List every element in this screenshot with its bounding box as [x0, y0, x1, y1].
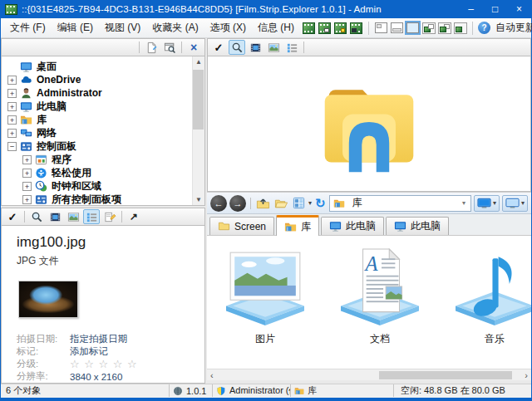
rating-stars[interactable]: ☆ ☆ ☆ ☆ ☆ — [70, 358, 138, 370]
layout-split-icon[interactable] — [390, 22, 404, 35]
address-text[interactable]: 库 — [352, 196, 362, 210]
tree-item-network[interactable]: + 网络 — [2, 126, 204, 139]
layout-single-icon[interactable] — [406, 22, 420, 35]
tree-scrollbar-thumb[interactable] — [193, 70, 204, 130]
library-item-documents[interactable]: A 文档 — [333, 247, 426, 346]
views-caret-icon[interactable]: ▾ — [308, 199, 312, 207]
library-item-pictures[interactable]: 图片 — [219, 247, 312, 346]
tree-item-all-control-panel-items[interactable]: + 所有控制面板项 — [2, 193, 204, 206]
filmstrip-tool-2-icon[interactable] — [318, 22, 332, 35]
expand-toggle[interactable]: − — [7, 142, 17, 151]
tree-item-ease-of-access[interactable]: + 轻松使用 — [2, 166, 204, 179]
close-panel-icon[interactable]: × — [185, 40, 202, 55]
scroll-down-icon[interactable]: ▼ — [195, 196, 202, 203]
computer-icon — [329, 220, 342, 232]
menu-favorites[interactable]: 收藏夹 (A) — [146, 18, 204, 37]
tree-item-control-panel[interactable]: − 控制面板 — [2, 139, 204, 153]
layout-pane-icon[interactable] — [374, 22, 388, 35]
menu-bar: 文件 (F) 编辑 (E) 视图 (V) 收藏夹 (A) 选项 (X) 信息 (… — [1, 18, 531, 38]
filmstrip-tool-3-icon[interactable] — [333, 22, 347, 35]
tab-libraries[interactable]: 库 — [276, 215, 319, 236]
tree-item-clock-region[interactable]: + 时钟和区域 — [2, 179, 204, 193]
ease-of-access-icon — [35, 167, 47, 179]
menu-file[interactable]: 文件 (F) — [4, 18, 52, 37]
menu-view[interactable]: 视图 (V) — [99, 18, 146, 37]
toolbar-separator — [303, 42, 304, 53]
clock-region-icon — [35, 180, 47, 193]
scroll-up-icon[interactable]: ▲ — [195, 58, 202, 66]
tree-item-desktop[interactable]: 桌面 — [2, 60, 204, 73]
expand-toggle[interactable]: + — [7, 102, 17, 111]
up-one-level-icon[interactable] — [255, 195, 271, 212]
scroll-right-icon[interactable]: › — [525, 370, 528, 380]
photo-thumbnail[interactable] — [18, 281, 78, 318]
title-bar: ::{031E4825-7B94-4DC3-B131-E946B44C8DD5}… — [1, 0, 531, 18]
folder-tree: 桌面 + OneDrive + Administrator + 此电脑 — [1, 56, 205, 206]
details-view-icon[interactable] — [83, 209, 100, 224]
minimize-button[interactable]: – — [459, 0, 483, 18]
file-type: JPG 文件 — [17, 254, 204, 268]
address-bar[interactable]: 库 ▾ — [329, 195, 471, 212]
goto-file-icon[interactable]: ↗ — [126, 209, 142, 224]
panel-gap — [207, 380, 531, 384]
tree-scrollbar[interactable]: ▲ ▼ — [192, 56, 204, 205]
screen-outline-icon — [505, 198, 520, 209]
close-button[interactable]: × — [507, 0, 531, 18]
filmstrip-view-icon[interactable] — [47, 209, 63, 224]
select-check-icon[interactable]: ✓ — [210, 40, 227, 55]
tree-item-programs[interactable]: + 程序 — [2, 153, 204, 166]
preview-zoom-icon[interactable] — [28, 209, 45, 224]
window-title: ::{031E4825-7B94-4DC3-B131-E946B44C8DD5}… — [22, 4, 459, 14]
tag-edit-icon[interactable] — [101, 209, 118, 224]
film-window-3-icon[interactable] — [453, 22, 467, 35]
menu-info[interactable]: 信息 (H) — [252, 18, 300, 37]
filmstrip-tool-4-icon[interactable] — [349, 22, 363, 35]
screen-outline-button[interactable]: ▾ — [502, 195, 528, 212]
film-window-2-icon[interactable] — [437, 22, 451, 35]
details-view-icon[interactable] — [283, 40, 300, 55]
preview-zoom-icon[interactable] — [229, 40, 245, 55]
expand-toggle[interactable]: + — [22, 169, 32, 178]
horizontal-scrollbar[interactable]: ‹ › — [207, 369, 531, 380]
tree-item-onedrive[interactable]: + OneDrive — [2, 73, 204, 86]
tab-screen[interactable]: Screen — [209, 217, 274, 235]
maximize-button[interactable]: □ — [483, 0, 507, 18]
back-icon: ← — [214, 198, 224, 208]
tab-this-pc-1[interactable]: 此电脑 — [321, 217, 384, 235]
search-window-icon[interactable] — [161, 40, 178, 55]
expand-toggle[interactable]: + — [7, 76, 17, 85]
auto-update-button[interactable]: 自动更新 — [495, 21, 532, 35]
screen-caret-icon: ▾ — [493, 199, 496, 207]
forward-button[interactable]: → — [229, 195, 246, 212]
views-grid-icon[interactable] — [292, 195, 306, 212]
film-window-1-icon[interactable] — [421, 22, 436, 35]
filmstrip-tool-1-icon[interactable] — [302, 22, 316, 35]
horizontal-scrollbar-thumb[interactable] — [379, 371, 512, 379]
expand-toggle[interactable]: + — [22, 182, 32, 191]
filmstrip-view-icon[interactable] — [247, 40, 264, 55]
thumbnail-view-icon[interactable] — [265, 40, 282, 55]
address-dropdown-icon[interactable]: ▾ — [462, 199, 467, 207]
menu-edit[interactable]: 编辑 (E) — [52, 18, 99, 37]
screen-filled-button[interactable]: ▾ — [474, 195, 500, 212]
expand-toggle[interactable]: + — [7, 115, 17, 125]
expand-toggle[interactable]: + — [22, 155, 32, 164]
expand-toggle[interactable]: + — [7, 89, 17, 98]
scroll-left-icon[interactable]: ‹ — [210, 370, 214, 380]
menu-options[interactable]: 选项 (X) — [204, 18, 252, 37]
tab-this-pc-2[interactable]: 此电脑 — [386, 217, 449, 235]
refresh-icon[interactable]: ↻ — [314, 195, 327, 212]
expand-toggle[interactable]: + — [7, 129, 17, 138]
back-button[interactable]: ← — [210, 195, 227, 212]
new-note-icon[interactable] — [143, 40, 160, 55]
help-icon[interactable]: ? — [478, 22, 490, 34]
thumbnail-view-icon[interactable] — [65, 209, 81, 224]
open-folder-icon[interactable] — [273, 195, 289, 212]
tree-item-libraries[interactable]: + 库 — [2, 113, 204, 126]
field-resolution: 分辨率: 3840 x 2160 — [17, 370, 204, 383]
tree-item-this-pc[interactable]: + 此电脑 — [2, 100, 204, 113]
library-item-music[interactable]: 音乐 — [448, 247, 531, 346]
tree-item-administrator[interactable]: + Administrator — [2, 86, 204, 100]
expand-toggle[interactable]: + — [22, 195, 32, 204]
select-check-icon[interactable]: ✓ — [4, 209, 21, 224]
